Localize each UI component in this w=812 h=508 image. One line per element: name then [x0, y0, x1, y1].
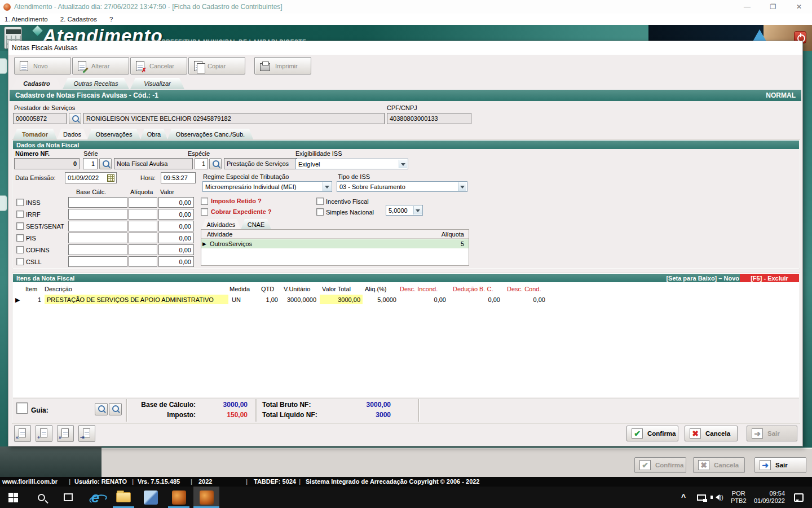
- app-window-icon[interactable]: [138, 487, 164, 508]
- menu-cadastros[interactable]: 2. Cadastros: [60, 16, 97, 23]
- search-especie-button[interactable]: [209, 158, 222, 169]
- tab-outras-receitas[interactable]: Outras Receitas: [63, 78, 129, 89]
- tray-chevron-icon[interactable]: ^: [681, 487, 686, 508]
- pis-checkbox[interactable]: [16, 234, 24, 242]
- task-view-icon[interactable]: [55, 487, 81, 508]
- descricao-cell[interactable]: PRESTAÇÃO DE SERVIÇOS DE APOIO ADMINISTR…: [45, 295, 228, 304]
- nav-next-button[interactable]: »: [57, 425, 74, 442]
- aliq-cell[interactable]: 5,0000: [364, 295, 399, 304]
- novo-button[interactable]: Novo: [14, 57, 71, 75]
- hora-field[interactable]: 09:53:27: [161, 172, 196, 183]
- regime-select[interactable]: Microempresário Individual (MEI): [202, 181, 332, 192]
- sest-valor-field[interactable]: 0,00: [158, 221, 194, 231]
- cofins-aliquota-field[interactable]: [129, 244, 157, 255]
- cofins-valor-field[interactable]: 0,00: [158, 244, 194, 255]
- tab-cnae[interactable]: CNAE: [241, 219, 271, 230]
- pis-base-field[interactable]: [68, 233, 127, 243]
- sest-base-field[interactable]: [68, 221, 127, 231]
- atividade-row[interactable]: ▶ OutrosServiços 5: [201, 239, 469, 248]
- guia-preview-button[interactable]: [95, 403, 108, 415]
- item-cell[interactable]: 1: [23, 295, 43, 304]
- especie-desc-field[interactable]: Prestação de Serviços: [224, 158, 297, 169]
- pis-aliquota-field[interactable]: [129, 233, 157, 243]
- prestador-codigo-field[interactable]: 000005872: [13, 113, 67, 124]
- csll-aliquota-field[interactable]: [129, 256, 157, 267]
- menu-atendimento[interactable]: 1. Atendimento: [5, 16, 48, 23]
- nav-first-button[interactable]: «: [14, 425, 31, 442]
- deducao-cell[interactable]: 0,00: [449, 295, 502, 304]
- volume-icon[interactable]: )): [713, 487, 723, 508]
- clock[interactable]: 09:54 01/09/2022: [750, 487, 785, 508]
- sair-button[interactable]: ➜ Sair: [747, 426, 797, 441]
- pis-valor-field[interactable]: 0,00: [158, 233, 194, 243]
- aliquota-simples-select[interactable]: 5,0000: [386, 205, 423, 216]
- fiorilli-app-icon[interactable]: [166, 487, 192, 508]
- cofins-checkbox[interactable]: [16, 246, 24, 253]
- medida-cell[interactable]: UN: [230, 295, 260, 304]
- csll-base-field[interactable]: [68, 256, 127, 267]
- tab-tomador[interactable]: Tomador: [13, 129, 57, 139]
- left-edge-tab[interactable]: [0, 58, 7, 74]
- network-icon[interactable]: [697, 487, 706, 508]
- irrf-base-field[interactable]: [68, 209, 127, 220]
- left-edge-tab[interactable]: [0, 195, 7, 211]
- tipo-iss-select[interactable]: 03 - Sobre Faturamento: [337, 181, 467, 192]
- imposto-retido-checkbox[interactable]: [201, 198, 208, 205]
- especie-num-field[interactable]: 1: [195, 158, 208, 169]
- incentivo-fiscal-checkbox[interactable]: [316, 198, 324, 205]
- cpf-field[interactable]: 40380803000133: [387, 113, 471, 124]
- nav-last-button[interactable]: ⇥: [78, 425, 95, 442]
- irrf-aliquota-field[interactable]: [129, 209, 157, 220]
- inss-base-field[interactable]: [68, 197, 127, 208]
- outer-sair-button[interactable]: ➜ Sair: [754, 457, 806, 473]
- inss-valor-field[interactable]: 0,00: [158, 197, 194, 208]
- serie-field[interactable]: 1: [83, 158, 98, 169]
- vunitario-cell[interactable]: 3000,0000: [281, 295, 319, 304]
- simples-nacional-checkbox[interactable]: [316, 208, 324, 216]
- copiar-button[interactable]: Copiar: [188, 57, 245, 75]
- valor-total-cell[interactable]: 3000,00: [320, 295, 363, 304]
- guia-checkbox[interactable]: [16, 402, 28, 414]
- exigibilidade-select[interactable]: Exigível: [295, 159, 408, 169]
- csll-valor-field[interactable]: 0,00: [158, 256, 194, 267]
- tab-cadastro[interactable]: Cadastro: [12, 78, 61, 89]
- guia-print-button[interactable]: [109, 403, 122, 415]
- tab-dados[interactable]: Dados: [57, 129, 87, 139]
- cobrar-expediente-checkbox[interactable]: [201, 208, 208, 216]
- sest-checkbox[interactable]: [16, 222, 24, 230]
- close-button[interactable]: ✕: [786, 0, 812, 14]
- imprimir-button[interactable]: Imprimir: [254, 57, 311, 75]
- alterar-button[interactable]: Alterar: [72, 57, 129, 75]
- search-prestador-button[interactable]: [69, 113, 81, 124]
- fiorilli-app-active-icon[interactable]: [193, 487, 219, 508]
- cancelar-button[interactable]: ✗ Cancelar: [130, 57, 187, 75]
- notification-center-icon[interactable]: [794, 487, 804, 508]
- desc-incond-cell[interactable]: 0,00: [400, 295, 448, 304]
- tab-obra[interactable]: Obra: [140, 129, 167, 139]
- tab-observacoes-canc[interactable]: Observações Canc./Sub.: [167, 129, 253, 139]
- start-button[interactable]: [0, 487, 26, 508]
- cancela-button[interactable]: ✖ Cancela: [685, 426, 738, 441]
- csll-checkbox[interactable]: [16, 258, 24, 265]
- inss-aliquota-field[interactable]: [129, 197, 157, 208]
- search-serie-button[interactable]: [99, 158, 112, 169]
- outer-cancela-button[interactable]: ✖ Cancela: [693, 457, 745, 473]
- irrf-valor-field[interactable]: 0,00: [158, 209, 194, 220]
- cofins-base-field[interactable]: [68, 244, 127, 255]
- outer-confirma-button[interactable]: ✔ Confirma: [634, 457, 686, 473]
- serie-desc-field[interactable]: Nota Fiscal Avulsa: [114, 158, 193, 169]
- restore-button[interactable]: ❐: [760, 0, 786, 14]
- language-indicator[interactable]: POR PTB2: [731, 487, 747, 508]
- desc-cond-cell[interactable]: 0,00: [504, 295, 548, 304]
- taskbar-search-icon[interactable]: [28, 487, 54, 508]
- qtd-cell[interactable]: 1,00: [260, 295, 280, 304]
- prestador-nome-field[interactable]: RONIGLEISON VICENTE BELCHIOR 02945879182: [83, 113, 385, 124]
- data-emissao-field[interactable]: 01/09/2022: [65, 172, 117, 183]
- nav-insert-button[interactable]: +: [36, 425, 52, 442]
- file-explorer-icon[interactable]: [111, 487, 136, 508]
- calendar-icon[interactable]: [107, 174, 114, 182]
- menu-help[interactable]: ?: [109, 16, 113, 23]
- inss-checkbox[interactable]: [16, 199, 24, 206]
- tab-observacoes[interactable]: Observações: [87, 129, 140, 139]
- confirma-button[interactable]: ✔ Confirma: [626, 426, 678, 441]
